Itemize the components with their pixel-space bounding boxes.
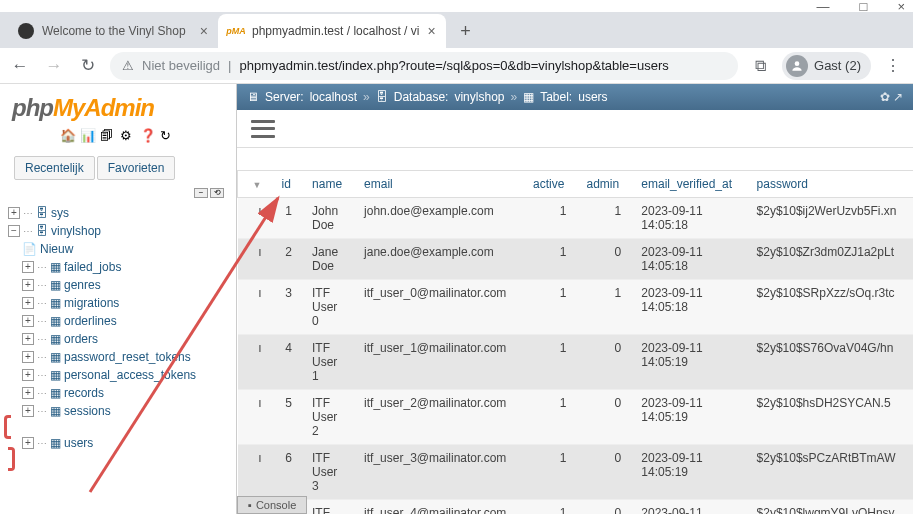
data-table: ▼idnameemailactiveadminemail_verified_at… (237, 170, 913, 514)
cell-id: 6 (272, 445, 303, 500)
table-row[interactable]: ı2Jane Doejane.doe@example.com102023-09-… (238, 239, 914, 280)
close-icon[interactable]: × (200, 23, 208, 39)
tree-table-personal-access-tokens[interactable]: +⋯▦personal_access_tokens (8, 366, 228, 384)
table-row[interactable]: ı7ITF User 4itf_user_4@mailinator.com102… (238, 500, 914, 515)
expand-icon[interactable]: + (22, 437, 34, 449)
expand-icon[interactable]: + (8, 207, 20, 219)
crumb-sep: » (510, 90, 517, 104)
expand-icon[interactable]: + (22, 333, 34, 345)
tree-table-migrations[interactable]: +⋯▦migrations (8, 294, 228, 312)
tree-db-sys[interactable]: +⋯🗄sys (8, 204, 228, 222)
tree-table-orders[interactable]: +⋯▦orders (8, 330, 228, 348)
sql-icon[interactable]: 📊 (80, 128, 96, 144)
cell-active: 1 (523, 198, 576, 239)
cell-admin: 1 (576, 198, 631, 239)
cell-admin: 0 (576, 445, 631, 500)
tree-db-vinylshop[interactable]: −⋯🗄vinylshop (8, 222, 228, 240)
svg-point-0 (795, 61, 800, 66)
window-close[interactable]: × (897, 0, 905, 14)
docs-icon[interactable]: 🗐 (100, 128, 116, 144)
window-minimize[interactable]: — (817, 0, 830, 14)
col-name[interactable]: name (302, 171, 354, 198)
cell-verified: 2023-09-11 14:05:18 (631, 280, 746, 335)
table-row[interactable]: ı5ITF User 2itf_user_2@mailinator.com102… (238, 390, 914, 445)
expand-icon[interactable]: + (22, 405, 34, 417)
gear-icon[interactable]: ✿ ↗ (880, 90, 903, 104)
expand-icon[interactable]: + (22, 261, 34, 273)
cell-name: John Doe (302, 198, 354, 239)
expand-icon[interactable]: + (22, 369, 34, 381)
crumb-server-label: Server: (265, 90, 304, 104)
cell-email: itf_user_2@mailinator.com (354, 390, 523, 445)
browser-menu-button[interactable]: ⋮ (881, 54, 905, 78)
col-row-actions[interactable]: ▼ (238, 171, 272, 198)
window-maximize[interactable]: □ (860, 0, 868, 14)
collapse-icon[interactable]: − (194, 188, 208, 198)
expand-icon[interactable]: + (22, 279, 34, 291)
console-toggle[interactable]: ▪Console (237, 496, 307, 514)
col-email[interactable]: email (354, 171, 523, 198)
menu-toggle-button[interactable] (251, 120, 275, 138)
crumb-table-link[interactable]: users (578, 90, 607, 104)
tree-label: users (64, 436, 93, 450)
tree-table-users[interactable]: +⋯▦users (8, 434, 228, 452)
tree-table-records[interactable]: +⋯▦records (8, 384, 228, 402)
toolbar-icons: 🏠 📊 🗐 ⚙ ❓ ↻ (0, 126, 236, 152)
row-handle[interactable]: ı (238, 239, 272, 280)
row-handle[interactable]: ı (238, 198, 272, 239)
table-icon: ▦ (50, 260, 61, 274)
help-icon[interactable]: ❓ (140, 128, 156, 144)
table-icon: ▦ (523, 90, 534, 104)
table-icon: ▦ (50, 386, 61, 400)
cell-admin: 0 (576, 335, 631, 390)
tab-recent[interactable]: Recentelijk (14, 156, 95, 180)
tree-table-genres[interactable]: +⋯▦genres (8, 276, 228, 294)
forward-button[interactable]: → (42, 54, 66, 78)
browser-tab-phpmyadmin[interactable]: pMA phpmyadmin.test / localhost / vi × (218, 14, 446, 48)
col-id[interactable]: id (272, 171, 303, 198)
table-row[interactable]: ı4ITF User 1itf_user_1@mailinator.com102… (238, 335, 914, 390)
tab-favorites[interactable]: Favorieten (97, 156, 176, 180)
table-row[interactable]: ı6ITF User 3itf_user_3@mailinator.com102… (238, 445, 914, 500)
close-icon[interactable]: × (427, 23, 435, 39)
table-row[interactable]: ı1John Doejohn.doe@example.com112023-09-… (238, 198, 914, 239)
home-icon[interactable]: 🏠 (60, 128, 76, 144)
table-icon: ▦ (50, 296, 61, 310)
cell-password: $2y$10$S76OvaV04G/hn (747, 335, 913, 390)
col-password[interactable]: password (747, 171, 913, 198)
tree-new[interactable]: 📄Nieuw (8, 240, 228, 258)
link-icon[interactable]: ⟲ (210, 188, 224, 198)
expand-icon[interactable]: + (22, 297, 34, 309)
address-bar[interactable]: ⚠ Niet beveiligd | phpmyadmin.test/index… (110, 52, 738, 80)
tree-label: personal_access_tokens (64, 368, 196, 382)
crumb-server-link[interactable]: localhost (310, 90, 357, 104)
cell-password: $2y$10$Zr3dm0ZJ1a2pLt (747, 239, 913, 280)
collapse-icon[interactable]: − (8, 225, 20, 237)
reload-button[interactable]: ↻ (76, 54, 100, 78)
cell-active: 1 (523, 280, 576, 335)
phpmyadmin-logo[interactable]: phpMyAdmin (0, 84, 236, 126)
row-handle[interactable]: ı (238, 335, 272, 390)
expand-icon[interactable]: + (22, 387, 34, 399)
expand-icon[interactable]: + (22, 315, 34, 327)
profile-chip[interactable]: Gast (2) (782, 52, 871, 80)
tree-table-sessions[interactable]: +⋯▦sessions (8, 402, 228, 420)
tree-table-orderlines[interactable]: +⋯▦orderlines (8, 312, 228, 330)
col-active[interactable]: active (523, 171, 576, 198)
browser-tab-vinylshop[interactable]: Welcome to the Vinyl Shop × (8, 14, 218, 48)
table-row[interactable]: ı3ITF User 0itf_user_0@mailinator.com112… (238, 280, 914, 335)
crumb-db-link[interactable]: vinylshop (454, 90, 504, 104)
tree-table-password-reset-tokens[interactable]: +⋯▦password_reset_tokens (8, 348, 228, 366)
back-button[interactable]: ← (8, 54, 32, 78)
settings-icon[interactable]: ⚙ (120, 128, 136, 144)
expand-icon[interactable]: + (22, 351, 34, 363)
row-handle[interactable]: ı (238, 390, 272, 445)
tree-table-failed-jobs[interactable]: +⋯▦failed_jobs (8, 258, 228, 276)
row-handle[interactable]: ı (238, 280, 272, 335)
row-handle[interactable]: ı (238, 445, 272, 500)
new-tab-button[interactable]: + (452, 17, 480, 45)
reload-icon[interactable]: ↻ (160, 128, 176, 144)
col-email_verified_at[interactable]: email_verified_at (631, 171, 746, 198)
col-admin[interactable]: admin (576, 171, 631, 198)
install-icon[interactable]: ⧉ (748, 54, 772, 78)
